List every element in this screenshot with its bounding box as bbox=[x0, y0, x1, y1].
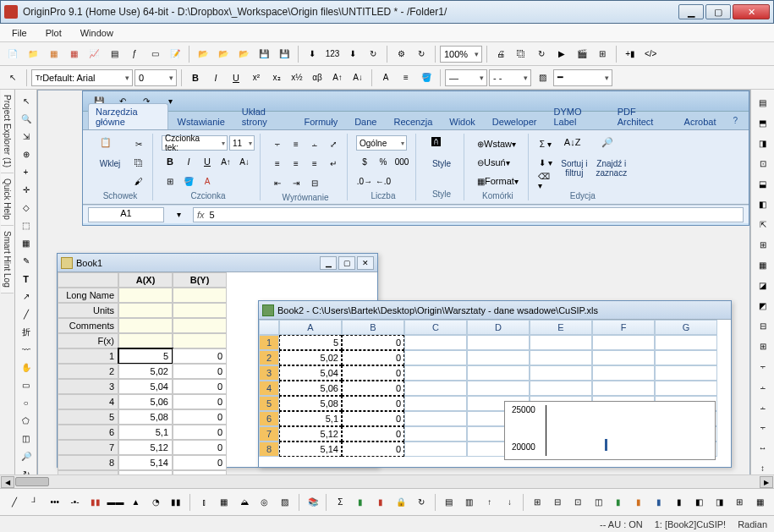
code-builder-icon[interactable]: </> bbox=[641, 45, 660, 63]
corner-cell[interactable] bbox=[58, 272, 118, 288]
cell[interactable]: 5,08 bbox=[118, 409, 173, 425]
book1-minimize[interactable]: ▁ bbox=[320, 256, 337, 270]
arrow-tool-icon[interactable]: ↖ bbox=[3, 69, 22, 87]
formula-input[interactable]: fx 5 bbox=[193, 207, 744, 222]
copy-icon[interactable]: ⿻ bbox=[130, 154, 147, 171]
group-icon[interactable]: ⊟ bbox=[754, 316, 772, 335]
font-color-excel-icon[interactable]: A bbox=[199, 173, 216, 189]
zoom-panel-icon[interactable]: 🔎 bbox=[17, 448, 36, 464]
col-g[interactable]: G bbox=[655, 320, 717, 335]
3d-bars-icon[interactable]: ▦ bbox=[215, 493, 233, 512]
cell[interactable] bbox=[655, 335, 717, 350]
cell[interactable]: 0 bbox=[173, 394, 227, 409]
scatter-plot-icon[interactable]: ••• bbox=[46, 493, 64, 512]
extract-icon[interactable]: ⇱ bbox=[754, 215, 772, 233]
cell[interactable] bbox=[467, 335, 530, 350]
name-box[interactable]: A1 bbox=[88, 207, 164, 222]
new-matrix-icon[interactable]: ▤ bbox=[105, 45, 124, 63]
cell[interactable] bbox=[467, 365, 530, 381]
object-edit-icon[interactable]: ▦ bbox=[754, 255, 772, 274]
cell[interactable]: 5,12 bbox=[118, 440, 173, 455]
cell[interactable] bbox=[530, 335, 592, 350]
cell[interactable]: 0 bbox=[173, 348, 227, 364]
cell[interactable]: 0 bbox=[173, 364, 227, 379]
increase-decimal-icon[interactable]: .0→ bbox=[356, 173, 373, 189]
cell[interactable]: 5,04 bbox=[118, 379, 173, 394]
cell[interactable] bbox=[404, 350, 467, 365]
ext-tool-4-icon[interactable]: ◫ bbox=[589, 493, 607, 512]
cell[interactable] bbox=[404, 426, 467, 442]
menu-window[interactable]: Window bbox=[77, 26, 117, 40]
align-bottom-icon[interactable]: ⫟ bbox=[754, 418, 772, 436]
cell[interactable]: 5 bbox=[279, 335, 342, 350]
row-hdr[interactable]: 5 bbox=[58, 409, 118, 425]
border-icon[interactable]: ⊞ bbox=[162, 173, 178, 189]
ext-tool-7-icon[interactable]: ▮ bbox=[650, 493, 668, 512]
new-graph-icon[interactable]: 📈 bbox=[85, 45, 103, 63]
row-hdr[interactable]: 2 bbox=[259, 350, 279, 365]
ext-tool-11-icon[interactable]: ⊞ bbox=[730, 493, 749, 512]
align-top-excel-icon[interactable]: ⫟ bbox=[269, 135, 286, 152]
format-painter-icon[interactable]: 🖌 bbox=[130, 173, 147, 189]
recalc-mode-icon[interactable]: ↻ bbox=[412, 493, 431, 512]
tab-smart-hint[interactable]: Smart Hint Log bbox=[1, 226, 14, 293]
cell[interactable] bbox=[173, 318, 227, 333]
align-center-icon[interactable]: ≡ bbox=[288, 155, 305, 172]
number-format-combo[interactable]: Ogólne bbox=[356, 135, 407, 151]
text-tool-icon[interactable]: T bbox=[17, 271, 36, 287]
tab-narzedzia[interactable]: Narzędzia główne bbox=[88, 103, 168, 129]
row-stats-icon[interactable]: ▥ bbox=[460, 493, 479, 512]
add-column-icon[interactable]: +▮ bbox=[621, 45, 640, 63]
col-d[interactable]: D bbox=[467, 320, 530, 335]
tab-deweloper[interactable]: Deweloper bbox=[485, 113, 545, 129]
image-plot-icon[interactable]: ▨ bbox=[276, 493, 294, 512]
font-size-combo[interactable]: 0 bbox=[134, 69, 177, 86]
import-wizard-icon[interactable]: ⬇ bbox=[303, 45, 321, 63]
bar-plot-icon[interactable]: ▬▬ bbox=[106, 493, 124, 512]
cell[interactable] bbox=[404, 442, 467, 457]
tab-quick-help[interactable]: Quick Help bbox=[1, 173, 14, 226]
cell[interactable]: 5,02 bbox=[279, 350, 342, 365]
tab-formuly[interactable]: Formuły bbox=[296, 113, 345, 129]
clear-icon[interactable]: ⌫ ▾ bbox=[537, 173, 554, 189]
tab-project-explorer[interactable]: Project Explorer (1) bbox=[1, 90, 14, 173]
data-reader-icon[interactable]: ⊕ bbox=[17, 146, 36, 162]
minimize-button[interactable]: ▁ bbox=[678, 4, 704, 19]
new-workbook-icon[interactable]: ▦ bbox=[44, 45, 63, 63]
import-ascii-icon[interactable]: 123 bbox=[323, 45, 342, 63]
decrease-decimal-icon[interactable]: ←.0 bbox=[375, 173, 392, 189]
font-size-combo-excel[interactable]: 11 bbox=[229, 135, 255, 151]
region-tool-icon[interactable]: ◫ bbox=[17, 431, 36, 447]
ext-tool-12-icon[interactable]: ▦ bbox=[750, 493, 769, 512]
book2-titlebar[interactable]: Book2 - C:\Users\Bartek\Desktop\Origin\W… bbox=[259, 301, 731, 320]
cell[interactable] bbox=[530, 350, 592, 365]
cell[interactable]: 0 bbox=[173, 455, 227, 470]
add-inset-icon[interactable]: ⊡ bbox=[754, 154, 772, 173]
supersub-icon[interactable]: x½ bbox=[288, 69, 306, 87]
align-left-excel-icon[interactable]: ≡ bbox=[269, 155, 286, 172]
align-mid-icon[interactable]: ≡ bbox=[288, 135, 305, 152]
stacked-icon[interactable]: ▮▮ bbox=[167, 493, 185, 512]
cell[interactable]: 5,06 bbox=[279, 381, 342, 396]
cell[interactable] bbox=[404, 396, 467, 411]
lock-icon[interactable]: 🔒 bbox=[392, 493, 410, 512]
cell[interactable] bbox=[118, 333, 173, 348]
font-combo[interactable]: Tr Default: Arial bbox=[31, 69, 133, 86]
cell[interactable]: 5,08 bbox=[279, 396, 342, 411]
tab-wstawianie[interactable]: Wstawianie bbox=[170, 113, 233, 129]
cell[interactable]: 0 bbox=[173, 425, 227, 440]
sort-asc-icon[interactable]: ↑ bbox=[480, 493, 499, 512]
mask-icon[interactable]: ▦ bbox=[17, 235, 36, 251]
new-function-icon[interactable]: ƒ bbox=[125, 45, 144, 63]
ext-tool-8-icon[interactable]: ▮ bbox=[670, 493, 689, 512]
print-icon[interactable]: 🖨 bbox=[491, 45, 510, 63]
zoom-combo[interactable]: 100% bbox=[440, 46, 482, 63]
sort-filter-button[interactable]: A↓Z Sortuj i filtruj bbox=[557, 135, 591, 179]
merge-cells-icon[interactable]: ⊟ bbox=[306, 174, 323, 191]
save-icon[interactable]: 💾 bbox=[255, 45, 273, 63]
insert-cell-button[interactable]: ⊕ Wstaw ▾ bbox=[473, 135, 520, 152]
ext-tool-1-icon[interactable]: ⊞ bbox=[528, 493, 546, 512]
cell[interactable] bbox=[118, 288, 173, 303]
row-hdr[interactable]: 1 bbox=[259, 335, 279, 350]
row-hdr[interactable]: 4 bbox=[58, 394, 118, 409]
